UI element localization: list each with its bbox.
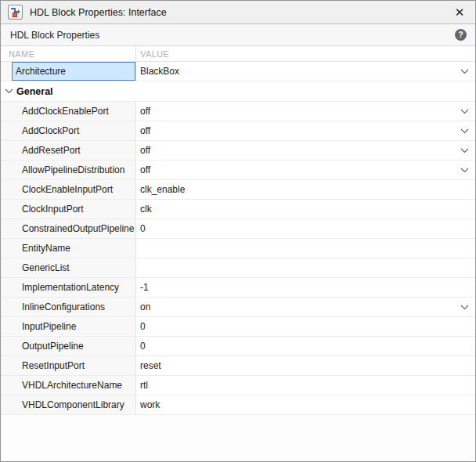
property-value-field[interactable] [136,258,475,277]
chevron-down-icon[interactable] [460,147,469,153]
property-value: off [140,106,460,117]
property-name: AllowPipelineDistribution [22,164,124,175]
table-row[interactable]: ConstrainedOutputPipeline0 [1,219,475,239]
property-value-field[interactable]: clk_enable [136,180,475,199]
column-header-name[interactable]: NAME [1,46,136,61]
grid-rows: ArchitectureBlackBoxGeneralAddClockEnabl… [1,62,475,415]
table-row[interactable]: AddResetPortoff [1,141,475,161]
property-name-cell[interactable]: VHDLComponentLibrary [1,395,136,414]
table-row[interactable]: VHDLArchitectureNamertl [1,376,475,395]
property-name-cell[interactable]: ConstrainedOutputPipeline [1,219,136,238]
property-name-cell[interactable]: ClockInputPort [1,200,136,218]
property-value-dropdown[interactable]: off [136,121,475,140]
chevron-down-icon[interactable] [460,128,469,134]
chevron-expand-icon[interactable] [4,88,13,96]
property-name: ConstrainedOutputPipeline [22,223,134,234]
table-row[interactable]: ClockInputPortclk [1,200,475,219]
toolbar: HDL Block Properties ? [1,24,475,46]
property-value-field[interactable]: 0 [136,337,475,356]
property-value-dropdown[interactable]: BlackBox [136,62,475,81]
property-value-field[interactable]: rtl [136,376,475,395]
section-row-general[interactable]: General [1,81,475,102]
property-name-cell[interactable]: ImplementationLatency [1,278,136,297]
table-row[interactable]: ArchitectureBlackBox [1,62,475,81]
table-row[interactable]: AddClockPortoff [1,121,475,141]
hdl-arrow-square-icon [10,7,20,17]
selected-cell-highlight: Architecture [12,62,135,81]
property-name: Architecture [16,66,66,77]
property-value: clk [140,204,471,215]
chevron-down-glyph [460,109,469,114]
table-row[interactable]: AddClockEnablePortoff [1,102,475,121]
property-value: 0 [140,321,471,332]
property-value-dropdown[interactable]: on [136,298,475,316]
property-name-cell[interactable]: ResetInputPort [1,356,136,375]
property-name: GenericList [22,262,70,273]
close-button[interactable]: ✕ [452,5,467,20]
property-name-cell[interactable]: AllowPipelineDistribution [1,161,136,179]
property-value: reset [140,360,471,371]
property-name: AddClockEnablePort [22,106,109,117]
chevron-down-icon [5,88,13,94]
property-name-cell[interactable]: InputPipeline [1,317,136,336]
property-value-field[interactable]: work [136,395,475,414]
property-name: OutputPipeline [22,341,84,352]
help-icon[interactable]: ? [455,29,467,41]
chevron-down-glyph [460,168,469,173]
property-value-field[interactable] [136,239,475,258]
property-name-cell[interactable]: AddClockEnablePort [1,102,136,121]
toolbar-title: HDL Block Properties [10,30,455,41]
property-name: ClockInputPort [22,204,84,215]
window-title: HDL Block Properties: Interface [30,7,452,18]
property-name-cell[interactable]: EntityName [1,239,136,258]
table-row[interactable]: InlineConfigurationson [1,298,475,317]
table-row[interactable]: EntityName [1,239,475,258]
property-value-field[interactable]: reset [136,356,475,375]
property-value: 0 [140,223,471,234]
property-value-dropdown[interactable]: off [136,102,475,121]
property-name-cell[interactable]: VHDLArchitectureName [1,376,136,395]
property-value: on [140,301,460,312]
grid-header: NAME VALUE [1,46,475,62]
table-row[interactable]: AllowPipelineDistributionoff [1,161,475,180]
property-name-cell[interactable]: InlineConfigurations [1,298,136,316]
chevron-down-glyph [460,305,469,310]
property-name: AddResetPort [22,145,81,156]
table-row[interactable]: ClockEnableInputPortclk_enable [1,180,475,200]
chevron-down-glyph [460,148,469,153]
property-name-cell[interactable]: AddClockPort [1,121,136,140]
section-label: General [16,86,53,97]
table-row[interactable]: InputPipeline0 [1,317,475,337]
property-value: off [140,164,460,175]
table-empty-area [1,415,475,461]
property-name-cell[interactable]: ClockEnableInputPort [1,180,136,199]
table-row[interactable]: ImplementationLatency-1 [1,278,475,298]
property-name: InputPipeline [22,321,76,332]
chevron-down-icon[interactable] [460,167,469,173]
column-header-value[interactable]: VALUE [136,46,475,61]
property-name-cell[interactable]: Architecture [1,62,136,81]
property-value: 0 [140,341,471,352]
table-row[interactable]: GenericList [1,258,475,278]
property-value-field[interactable]: -1 [136,278,475,297]
property-name-cell[interactable]: AddResetPort [1,141,136,160]
chevron-down-icon[interactable] [460,68,469,74]
table-row[interactable]: VHDLComponentLibrarywork [1,395,475,415]
property-name: AddClockPort [22,125,79,136]
table-row[interactable]: ResetInputPortreset [1,356,475,376]
property-name-cell[interactable]: GenericList [1,258,136,277]
property-name: VHDLComponentLibrary [22,399,124,410]
property-name-cell[interactable]: OutputPipeline [1,337,136,356]
chevron-down-icon[interactable] [460,304,469,310]
property-value-field[interactable]: 0 [136,317,475,336]
property-name: InlineConfigurations [22,301,105,312]
title-bar: HDL Block Properties: Interface ✕ [1,1,475,24]
property-value-dropdown[interactable]: off [136,161,475,179]
property-value-dropdown[interactable]: off [136,141,475,160]
property-value: off [140,145,460,156]
property-name: EntityName [22,243,70,254]
property-value-field[interactable]: 0 [136,219,475,238]
property-value-field[interactable]: clk [136,200,475,218]
chevron-down-icon[interactable] [460,108,469,114]
table-row[interactable]: OutputPipeline0 [1,337,475,356]
